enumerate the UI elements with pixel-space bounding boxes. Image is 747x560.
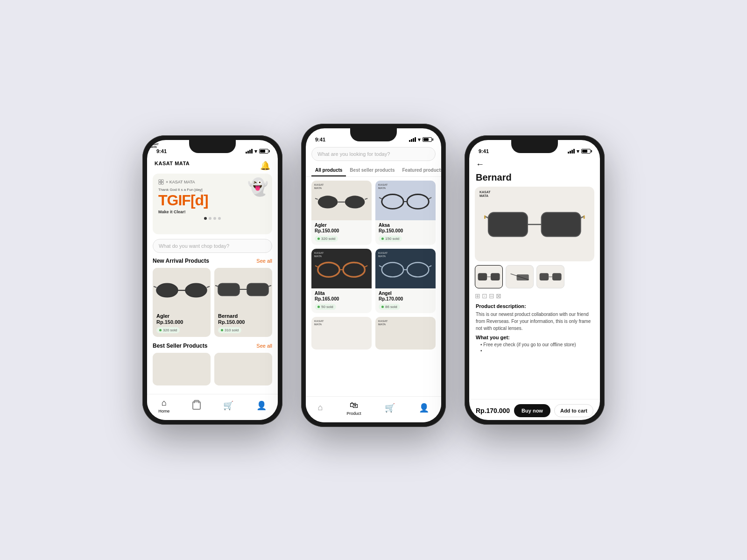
nav-bag-1[interactable] bbox=[192, 401, 201, 411]
bernard-price: Rp.150.000 bbox=[218, 319, 268, 325]
best-seller-title: Best Seller Products bbox=[153, 343, 207, 349]
tab-featured[interactable]: Featured products bbox=[399, 165, 442, 176]
svg-rect-46 bbox=[584, 215, 585, 219]
svg-line-36 bbox=[379, 266, 382, 267]
notch-3 bbox=[511, 140, 558, 153]
agler-name-2: Agler bbox=[315, 223, 368, 228]
profile-icon-2: 👤 bbox=[419, 403, 429, 413]
nav-home-2[interactable]: ⌂ bbox=[318, 403, 323, 413]
thumb-3[interactable] bbox=[536, 265, 564, 288]
detail-product-name: Bernard bbox=[476, 172, 593, 183]
profile-icon-1: 👤 bbox=[256, 400, 267, 411]
agler-sold: 320 sold bbox=[156, 327, 180, 333]
svg-rect-13 bbox=[247, 284, 268, 296]
product-card2-aksa[interactable]: KASATMATA Aksa Rp.150.000 bbox=[375, 181, 436, 245]
nav-home-1[interactable]: ⌂ Home bbox=[158, 398, 169, 413]
screen2-content[interactable]: What are you looking for today? All prod… bbox=[306, 145, 441, 396]
search-bar-2[interactable]: What are you looking for today? bbox=[311, 147, 436, 161]
svg-rect-0 bbox=[159, 180, 161, 182]
nav-cart-2[interactable]: 🛒 bbox=[385, 403, 395, 414]
nav-home-label-1: Home bbox=[158, 409, 169, 413]
wifi-icon-1: ▾ bbox=[254, 148, 257, 154]
new-arrivals-grid: KASATMATA Agler Rp.150. bbox=[147, 268, 278, 337]
nav-profile-1[interactable]: 👤 bbox=[256, 400, 267, 412]
bottom-nav-1: ⌂ Home 🛒 👤 bbox=[147, 394, 278, 420]
product-card2-extra1[interactable]: KASATMATA bbox=[311, 317, 372, 350]
main-product-image: KASATMATA bbox=[475, 187, 594, 261]
nav-cart-1[interactable]: 🛒 bbox=[223, 400, 233, 412]
bag-icon-2: 🛍 bbox=[350, 400, 358, 410]
svg-point-34 bbox=[407, 262, 429, 277]
nav-profile-2[interactable]: 👤 bbox=[419, 403, 429, 414]
signal-1 bbox=[246, 149, 253, 154]
product-card2-alita[interactable]: KASATMATA Alita Rp.165.000 bbox=[311, 249, 372, 313]
size-icon-3: ⊟ bbox=[489, 292, 494, 300]
svg-point-33 bbox=[382, 262, 403, 277]
screen1-content[interactable]: KASAT MATA 🔔 × KASAT MATA Thank God It s… bbox=[147, 157, 278, 394]
svg-rect-51 bbox=[516, 274, 529, 280]
svg-point-18 bbox=[318, 196, 338, 208]
product-card2-extra2[interactable]: KASATMATA bbox=[375, 317, 436, 350]
banner-tagline: Make it Clear! bbox=[158, 210, 267, 214]
svg-line-21 bbox=[315, 198, 318, 199]
tab-all-products[interactable]: All products bbox=[311, 165, 346, 176]
svg-point-29 bbox=[343, 262, 365, 277]
add-to-cart-button[interactable]: Add to cart bbox=[554, 404, 593, 417]
best-seller-card-1[interactable] bbox=[153, 353, 211, 385]
buy-now-button[interactable]: Buy now bbox=[514, 404, 550, 417]
detail-price: Rp.170.000 bbox=[476, 407, 510, 414]
best-seller-header: Best Seller Products See all bbox=[147, 343, 278, 353]
best-seller-card-2[interactable] bbox=[214, 353, 272, 385]
home-banner[interactable]: × KASAT MATA Thank God It s a Fun [day] … bbox=[153, 174, 272, 234]
svg-point-19 bbox=[345, 196, 365, 208]
svg-rect-48 bbox=[491, 273, 500, 280]
bell-icon[interactable]: 🔔 bbox=[260, 161, 270, 171]
size-icons: ⊞ ⊡ ⊟ ⊠ bbox=[469, 292, 600, 300]
svg-rect-38 bbox=[488, 212, 528, 236]
product-card-bernard[interactable]: KASATMATA Bernard Rp.15 bbox=[214, 268, 272, 337]
new-arrivals-see-all[interactable]: See all bbox=[256, 258, 272, 264]
product-card2-agler[interactable]: KASATMATA Agler Rp.150.000 bbox=[311, 181, 372, 245]
thumb-2[interactable] bbox=[506, 265, 534, 288]
product-card2-angel[interactable]: KASATMATA Angel Rp.170.000 bbox=[375, 249, 436, 313]
tab-best-seller[interactable]: Best seller products bbox=[346, 165, 398, 176]
svg-rect-1 bbox=[162, 180, 164, 182]
wifi-icon-3: ▾ bbox=[577, 148, 579, 154]
product-img2-angel: KASATMATA bbox=[375, 249, 436, 288]
collab-text: × KASAT MATA bbox=[166, 180, 195, 184]
aksa-name: Aksa bbox=[379, 223, 432, 228]
home-icon-1: ⌂ bbox=[162, 398, 167, 408]
svg-line-37 bbox=[429, 266, 432, 267]
alita-name: Alita bbox=[315, 291, 368, 296]
battery-icon-3 bbox=[581, 149, 591, 154]
wifi-icon-2: ▾ bbox=[418, 137, 421, 143]
cart-icon-2: 🛒 bbox=[385, 403, 395, 413]
thumb-1[interactable] bbox=[475, 265, 503, 288]
nav-product-2[interactable]: 🛍 Product bbox=[346, 400, 361, 416]
screen3-content[interactable]: ← Bernard KASATMATA bbox=[469, 157, 600, 395]
products-grid-2: KASATMATA Agler Rp.150.000 bbox=[306, 181, 441, 350]
notch-2 bbox=[350, 128, 397, 141]
best-seller-see-all[interactable]: See all bbox=[256, 343, 272, 349]
product-img2-aksa: KASATMATA bbox=[375, 181, 436, 220]
size-icon-2: ⊡ bbox=[482, 292, 487, 300]
search-bar-1[interactable]: What do you want chop today? bbox=[153, 239, 272, 253]
agler-glasses-svg bbox=[153, 268, 211, 310]
svg-line-17 bbox=[268, 286, 271, 287]
svg-line-31 bbox=[315, 266, 318, 267]
svg-point-23 bbox=[382, 194, 403, 209]
alita-sold: 50 sold bbox=[315, 304, 336, 310]
svg-point-24 bbox=[407, 194, 429, 209]
status-icons-2: ▾ bbox=[409, 137, 432, 143]
signal-2 bbox=[409, 137, 416, 142]
svg-rect-52 bbox=[540, 273, 549, 280]
size-icon-4: ⊠ bbox=[496, 292, 501, 300]
back-button[interactable]: ← bbox=[476, 160, 484, 169]
product-card-agler[interactable]: KASATMATA Agler Rp.150. bbox=[153, 268, 211, 337]
svg-rect-3 bbox=[162, 182, 164, 185]
svg-rect-2 bbox=[159, 182, 161, 185]
angel-sold: 86 sold bbox=[379, 304, 400, 310]
bottom-nav-2: ⌂ 🛍 Product 🛒 👤 bbox=[306, 396, 441, 422]
home-icon-2: ⌂ bbox=[318, 403, 323, 413]
agler-price: Rp.150.000 bbox=[156, 319, 207, 325]
